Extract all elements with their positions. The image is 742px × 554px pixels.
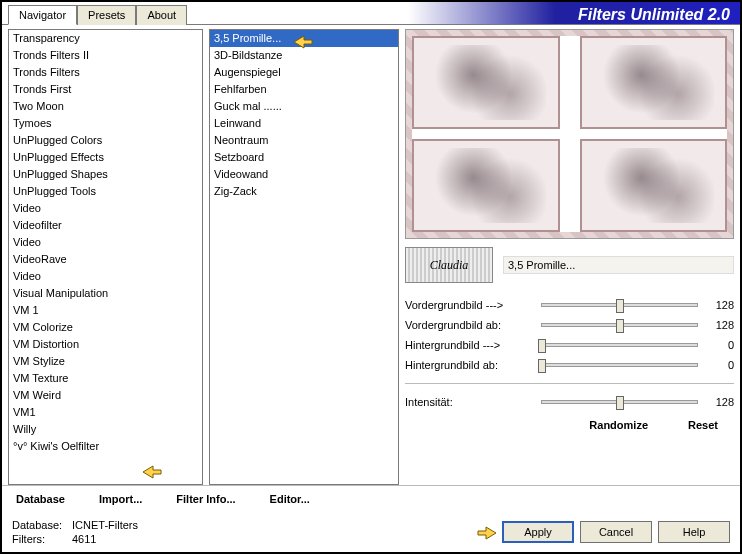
randomize-button[interactable]: Randomize [581, 416, 656, 434]
category-item[interactable]: Tronds Filters II [9, 47, 202, 64]
preview-tile [412, 139, 560, 232]
cancel-button[interactable]: Cancel [580, 521, 652, 543]
preview-cross [560, 36, 580, 129]
filter-item[interactable]: Guck mal ...... [210, 98, 398, 115]
category-item[interactable]: Tronds First [9, 81, 202, 98]
category-item[interactable]: Tymoes [9, 115, 202, 132]
param-slider[interactable] [541, 343, 698, 347]
help-button[interactable]: Help [658, 521, 730, 543]
category-item[interactable]: Visual Manipulation [9, 285, 202, 302]
filter-item[interactable]: Fehlfarben [210, 81, 398, 98]
intensity-slider[interactable] [541, 400, 698, 404]
category-item[interactable]: Two Moon [9, 98, 202, 115]
category-item[interactable]: Video [9, 268, 202, 285]
category-item[interactable]: VM 1 [9, 302, 202, 319]
category-item[interactable]: UnPlugged Colors [9, 132, 202, 149]
intensity-row: Intensität: 128 [405, 392, 734, 412]
tab-presets[interactable]: Presets [77, 5, 136, 25]
category-item[interactable]: Videofilter [9, 217, 202, 234]
category-item[interactable]: Willy [9, 421, 202, 438]
app-window: NavigatorPresetsAbout Filters Unlimited … [0, 0, 742, 554]
filter-item[interactable]: Leinwand [210, 115, 398, 132]
filter-item[interactable]: Videowand [210, 166, 398, 183]
param-row: Hintergrundbild --->0 [405, 335, 734, 355]
category-list[interactable]: TransparencyTronds Filters IITronds Filt… [8, 29, 203, 485]
app-title: Filters Unlimited 2.0 [578, 6, 730, 24]
category-item[interactable]: UnPlugged Effects [9, 149, 202, 166]
param-row: Vordergrundbild ab:128 [405, 315, 734, 335]
preview-column: Claudia 3,5 Promille... Vordergrundbild … [405, 29, 734, 485]
db-label: Database: [12, 518, 72, 532]
param-slider[interactable] [541, 323, 698, 327]
category-item[interactable]: VM Stylize [9, 353, 202, 370]
param-value: 0 [704, 359, 734, 371]
slider-thumb[interactable] [616, 396, 624, 410]
category-item[interactable]: °v° Kiwi's Oelfilter [9, 438, 202, 455]
preview-cross [412, 129, 727, 139]
preview-tile [580, 139, 728, 232]
database-button[interactable]: Database [8, 490, 73, 508]
filter-column: 3,5 Promille...3D-BildstanzeAugenspiegel… [209, 29, 399, 485]
slider-thumb[interactable] [538, 359, 546, 373]
import-button[interactable]: Import... [91, 490, 150, 508]
category-item[interactable]: Video [9, 200, 202, 217]
intensity-value: 128 [704, 396, 734, 408]
category-item[interactable]: VM Colorize [9, 319, 202, 336]
preview-image [405, 29, 734, 239]
apply-button[interactable]: Apply [502, 521, 574, 543]
category-item[interactable]: VideoRave [9, 251, 202, 268]
filter-item[interactable]: 3D-Bildstanze [210, 47, 398, 64]
category-item[interactable]: VM Texture [9, 370, 202, 387]
filter-item[interactable]: Setzboard [210, 149, 398, 166]
filter-item[interactable]: Augenspiegel [210, 64, 398, 81]
separator [405, 383, 734, 384]
current-filter-name: 3,5 Promille... [503, 256, 734, 274]
category-item[interactable]: UnPlugged Shapes [9, 166, 202, 183]
filters-count-label: Filters: [12, 532, 72, 546]
slider-thumb[interactable] [616, 319, 624, 333]
editor-button[interactable]: Editor... [262, 490, 318, 508]
category-item[interactable]: Transparency [9, 30, 202, 47]
main-area: TransparencyTronds Filters IITronds Filt… [2, 25, 740, 485]
preview-buttons: Randomize Reset [405, 412, 734, 434]
filter-title-row: Claudia 3,5 Promille... [405, 247, 734, 283]
param-label: Hintergrundbild ab: [405, 359, 535, 371]
tab-navigator[interactable]: Navigator [8, 5, 77, 25]
parameter-sliders: Vordergrundbild --->128Vordergrundbild a… [405, 295, 734, 375]
param-slider[interactable] [541, 363, 698, 367]
category-item[interactable]: Video [9, 234, 202, 251]
param-value: 128 [704, 319, 734, 331]
intensity-label: Intensität: [405, 396, 535, 408]
category-item[interactable]: VM Weird [9, 387, 202, 404]
param-row: Vordergrundbild --->128 [405, 295, 734, 315]
status-info: Database:ICNET-Filters Filters:4611 [12, 518, 138, 546]
hand-cursor-icon [139, 460, 165, 482]
dialog-buttons: Apply Cancel Help [502, 521, 730, 543]
slider-thumb[interactable] [616, 299, 624, 313]
reset-button[interactable]: Reset [680, 416, 726, 434]
filter-item[interactable]: Neontraum [210, 132, 398, 149]
category-item[interactable]: VM Distortion [9, 336, 202, 353]
filter-list[interactable]: 3,5 Promille...3D-BildstanzeAugenspiegel… [209, 29, 399, 485]
preview-cross [560, 139, 580, 232]
category-item[interactable]: UnPlugged Tools [9, 183, 202, 200]
filter-item[interactable]: Zig-Zack [210, 183, 398, 200]
tab-strip: NavigatorPresetsAbout [8, 5, 187, 25]
title-bar: NavigatorPresetsAbout Filters Unlimited … [2, 2, 740, 24]
param-slider[interactable] [541, 303, 698, 307]
param-value: 0 [704, 339, 734, 351]
category-item[interactable]: Tronds Filters [9, 64, 202, 81]
filters-count-value: 4611 [72, 533, 96, 545]
db-value: ICNET-Filters [72, 519, 138, 531]
tab-about[interactable]: About [136, 5, 187, 25]
status-bar: Database:ICNET-Filters Filters:4611 Appl… [2, 512, 740, 552]
logo-badge: Claudia [405, 247, 493, 283]
preview-tile [412, 36, 560, 129]
slider-thumb[interactable] [538, 339, 546, 353]
param-label: Hintergrundbild ---> [405, 339, 535, 351]
filter-item[interactable]: 3,5 Promille... [210, 30, 398, 47]
category-item[interactable]: VM1 [9, 404, 202, 421]
filter-info-button[interactable]: Filter Info... [168, 490, 243, 508]
preview-tile [580, 36, 728, 129]
param-value: 128 [704, 299, 734, 311]
